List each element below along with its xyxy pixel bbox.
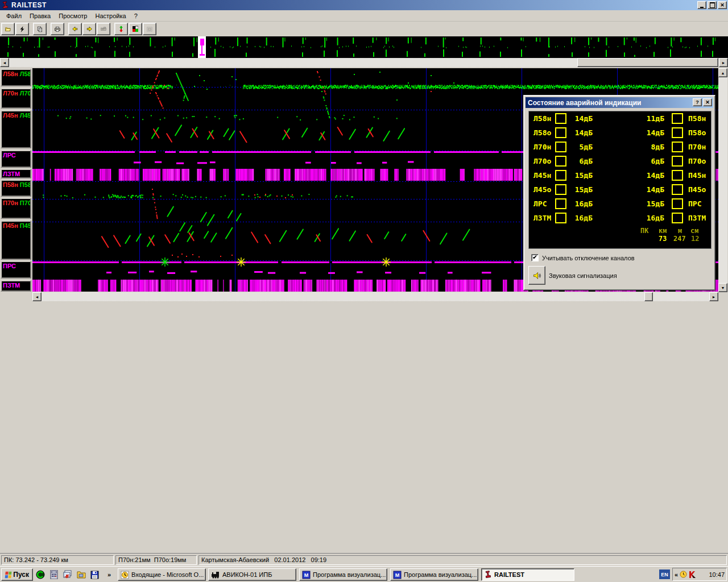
task-railtest[interactable]: RAILTEST <box>481 568 574 581</box>
task-avikon[interactable]: АВИКОН-01 ИПБ <box>208 568 296 581</box>
dialog-help-button[interactable]: ? <box>693 98 702 106</box>
threshold-right: 11дБ <box>632 111 664 126</box>
copy-button[interactable] <box>33 23 47 35</box>
overview-scroll-left-button[interactable]: ◄ <box>0 58 9 67</box>
menu-view[interactable]: Просмотр <box>55 11 91 20</box>
close-button[interactable]: ✕ <box>718 1 727 9</box>
prev-defectogram-button[interactable] <box>68 23 82 35</box>
tray-antivirus-icon[interactable] <box>689 571 696 578</box>
task-visualizer-1[interactable]: М Программа визуализац... <box>299 568 387 581</box>
bscan-vscroll-track[interactable] <box>718 68 727 292</box>
alarm-row: ЛЗТМ16дБ16дБПЗТМ <box>529 211 711 225</box>
menu-file[interactable]: Файл <box>2 11 26 20</box>
channel-panel-lrs: ЛРС <box>1 150 31 168</box>
menu-settings[interactable]: Настройка <box>91 11 130 20</box>
bscan-scroll-left-button[interactable]: ◄ <box>32 292 42 301</box>
bscan-hscroll-thumb[interactable] <box>644 292 653 301</box>
quicklaunch-app-logo[interactable] <box>35 569 46 580</box>
channel-label: Л70о <box>20 90 31 97</box>
threshold-left: 5дБ <box>565 140 593 154</box>
dialog-title: Состояние аварийной индикации <box>528 99 641 107</box>
overview-strip-canvas[interactable] <box>0 36 728 58</box>
connect-button[interactable] <box>15 23 29 35</box>
overview-scrollbar[interactable]: ◄ ► <box>0 58 728 67</box>
channel-label-right: П58н <box>688 111 706 126</box>
overview-scroll-right-button[interactable]: ► <box>719 58 728 67</box>
show-desktop-icon <box>63 570 72 579</box>
channel-label-left: Л70н <box>533 140 551 154</box>
railtest-icon <box>484 571 492 579</box>
tray-clock[interactable]: 10:47 <box>709 571 725 578</box>
start-button[interactable]: Пуск <box>1 568 33 581</box>
threshold-left: 15дБ <box>565 168 593 182</box>
alarm-indicator-right <box>672 156 683 167</box>
zoom-area-button[interactable] <box>143 23 156 35</box>
dialog-title-bar[interactable]: Состояние аварийной индикации ? ✕ <box>526 97 713 108</box>
task-label: Программа визуализац... <box>404 571 477 578</box>
print-button[interactable] <box>51 23 64 35</box>
threshold-right: 14дБ <box>632 168 664 182</box>
channel-label: П58н <box>3 181 18 188</box>
threshold-right: 15дБ <box>632 197 664 211</box>
quicklaunch-show-desktop[interactable] <box>63 569 73 580</box>
quicklaunch-calculator[interactable] <box>49 569 59 580</box>
threshold-left: 15дБ <box>565 182 593 197</box>
tray-clock-reminder-icon[interactable] <box>680 571 687 578</box>
check-icon: ✔ <box>532 254 537 260</box>
bscan-scroll-down-button[interactable]: ▼ <box>718 283 727 292</box>
sound-alarm-button[interactable] <box>528 266 545 285</box>
channel-label: Л70н <box>3 90 18 97</box>
alarm-threshold-panel: Л58н14дБ11дБП58н Л58о14дБ14дБП58о Л70н5д… <box>528 111 712 249</box>
scale-updown-button[interactable] <box>114 23 128 35</box>
alarm-indicator-right <box>672 113 683 124</box>
channel-label: П70о <box>20 199 31 206</box>
color-mode-button[interactable] <box>129 23 142 35</box>
minimize-icon <box>700 7 704 8</box>
channel-label: Л45н <box>3 112 18 119</box>
channel-panel-p45: П45н П45о <box>1 221 31 260</box>
toolbar <box>0 22 728 36</box>
arrow-left-icon <box>72 25 78 33</box>
quicklaunch-save[interactable] <box>89 569 100 580</box>
quicklaunch-overflow-chevron[interactable]: » <box>106 569 113 580</box>
menu-help[interactable]: ? <box>130 11 142 20</box>
channel-label: П45н <box>3 222 18 229</box>
open-button[interactable] <box>1 23 15 35</box>
bscan-hscroll-track[interactable] <box>32 292 718 301</box>
channel-panel-p70: П70н П70о <box>1 198 31 219</box>
overview-scroll-thumb[interactable] <box>577 58 718 67</box>
alarm-row: Л45о15дБ14дБП45о <box>529 182 711 197</box>
threshold-right: 14дБ <box>632 126 664 140</box>
alarm-row: Л70о6дБ6дБП70о <box>529 154 711 168</box>
device-button[interactable] <box>97 23 110 35</box>
quicklaunch-folder[interactable] <box>76 569 86 580</box>
restore-button[interactable] <box>708 1 717 9</box>
dialog-close-button[interactable]: ✕ <box>703 98 712 106</box>
task-visualizer-2[interactable]: М Программа визуализац... <box>390 568 478 581</box>
alarm-indicator-left <box>555 142 566 152</box>
bscan-scroll-up-button[interactable]: ▲ <box>718 68 727 77</box>
task-outlook-inbox[interactable]: Входящие - Microsoft O... <box>118 568 206 581</box>
bscan-vscrollbar[interactable]: ▲ ▼ <box>718 68 727 292</box>
task-label: RAILTEST <box>494 571 524 578</box>
title-bar[interactable]: RAILTEST ✕ <box>0 0 728 10</box>
coord-header-pk: ПК <box>640 227 648 235</box>
visualizer-icon: М <box>302 571 311 579</box>
zoom-area-icon <box>147 26 152 33</box>
minimize-button[interactable] <box>697 1 706 9</box>
alarm-row: Л58о14дБ14дБП58о <box>529 126 711 140</box>
threshold-left: 14дБ <box>565 126 593 140</box>
threshold-left: 16дБ <box>565 197 593 211</box>
channel-panel-pztm: ПЗТМ <box>1 280 31 292</box>
channels-checkbox[interactable]: ✔ <box>531 254 539 261</box>
next-defectogram-button[interactable] <box>82 23 96 35</box>
bscan-scroll-right-button[interactable]: ► <box>709 292 718 301</box>
bscan-hscrollbar[interactable]: ◄ ► <box>32 292 718 301</box>
open-folder-icon <box>5 25 11 33</box>
coord-value-m: 247 <box>673 235 686 243</box>
menu-edit[interactable]: Правка <box>26 11 55 20</box>
language-indicator[interactable]: EN <box>659 569 670 579</box>
threshold-left: 16дБ <box>565 211 593 225</box>
channel-label-right: П45н <box>688 168 706 182</box>
tray-collapse-chevron[interactable]: « <box>675 571 678 578</box>
